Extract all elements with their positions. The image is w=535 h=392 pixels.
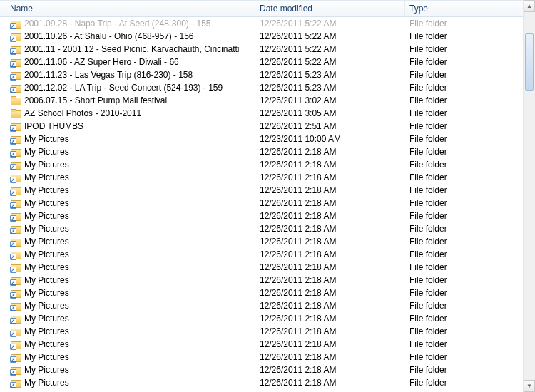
file-date-cell: 12/26/2011 2:18 AM	[255, 365, 405, 375]
file-row[interactable]: AZ School Photos - 2010-201112/26/2011 3…	[0, 107, 535, 120]
file-row[interactable]: ↗My Pictures12/26/2011 2:18 AMFile folde…	[0, 197, 535, 210]
file-row[interactable]: ↗My Pictures12/23/2011 10:00 AMFile fold…	[0, 133, 535, 145]
file-name-cell[interactable]: ↗2001.11 - 2001.12 - Seed Picnic, Karvac…	[0, 43, 255, 55]
file-date-cell: 12/26/2011 2:18 AM	[255, 326, 405, 336]
folder-shortcut-icon: ↗	[10, 18, 21, 29]
file-name-label: 2001.09.28 - Napa Trip - At Seed (248-30…	[24, 19, 211, 29]
file-name-cell[interactable]: ↗2001.10.26 - At Shalu - Ohio (468-957) …	[0, 31, 255, 42]
file-date-cell: 12/26/2011 5:22 AM	[255, 57, 405, 67]
file-name-cell[interactable]: 2006.07.15 - Short Pump Mall festival	[0, 95, 255, 106]
file-row[interactable]: ↗My Pictures12/26/2011 2:18 AMFile folde…	[0, 145, 535, 158]
file-row[interactable]: ↗My Pictures12/26/2011 2:18 AMFile folde…	[0, 376, 535, 389]
file-row[interactable]: ↗My Pictures12/26/2011 2:18 AMFile folde…	[0, 363, 535, 376]
file-row[interactable]: ↗My Pictures12/26/2011 2:18 AMFile folde…	[0, 261, 535, 274]
file-date-cell: 12/26/2011 2:18 AM	[255, 249, 405, 259]
file-name-cell[interactable]: ↗My Pictures	[0, 262, 255, 273]
file-row[interactable]: ↗2001.12.02 - LA Trip - Seed Concert (52…	[0, 81, 535, 94]
file-name-cell[interactable]: ↗My Pictures	[0, 364, 255, 376]
file-name-cell[interactable]: ↗2001.09.28 - Napa Trip - At Seed (248-3…	[0, 18, 255, 29]
file-name-cell[interactable]: ↗My Pictures	[0, 172, 255, 183]
file-row[interactable]: ↗My Pictures12/26/2011 2:18 AMFile folde…	[0, 325, 535, 338]
file-row[interactable]: ↗2001.11.23 - Las Vegas Trip (816-230) -…	[0, 68, 535, 81]
file-name-cell[interactable]: ↗My Pictures	[0, 274, 255, 286]
file-date-cell: 12/26/2011 2:18 AM	[255, 224, 405, 234]
file-name-cell[interactable]: ↗My Pictures	[0, 377, 255, 388]
scroll-thumb[interactable]	[525, 33, 534, 91]
file-name-cell[interactable]: ↗My Pictures	[0, 313, 255, 324]
file-name-cell[interactable]: ↗My Pictures	[0, 133, 255, 145]
folder-shortcut-icon: ↗	[10, 210, 21, 222]
file-row[interactable]: ↗2001.09.28 - Napa Trip - At Seed (248-3…	[0, 17, 535, 30]
file-name-cell[interactable]: ↗My Pictures	[0, 351, 255, 363]
folder-shortcut-icon: ↗	[10, 249, 21, 260]
column-header-name[interactable]: Name	[0, 1, 255, 16]
file-name-cell[interactable]: ↗My Pictures	[0, 287, 255, 299]
folder-shortcut-icon: ↗	[10, 262, 21, 273]
column-header-type[interactable]: Type	[405, 1, 535, 16]
file-date-cell: 12/26/2011 2:18 AM	[255, 147, 405, 157]
file-row[interactable]: ↗My Pictures12/26/2011 2:18 AMFile folde…	[0, 287, 535, 299]
folder-shortcut-icon: ↗	[10, 326, 21, 337]
file-name-label: My Pictures	[24, 160, 69, 170]
file-name-cell[interactable]: ↗2001.12.02 - LA Trip - Seed Concert (52…	[0, 82, 255, 93]
file-type-cell: File folder	[405, 339, 535, 349]
file-name-cell[interactable]: ↗2001.11.06 - AZ Super Hero - Diwali - 6…	[0, 56, 255, 68]
file-type-cell: File folder	[405, 378, 535, 388]
folder-shortcut-icon: ↗	[10, 43, 21, 55]
file-name-label: 2001.10.26 - At Shalu - Ohio (468-957) -…	[24, 31, 194, 41]
file-name-cell[interactable]: ↗My Pictures	[0, 210, 255, 222]
file-type-cell: File folder	[405, 326, 535, 336]
file-row[interactable]: ↗My Pictures12/26/2011 2:18 AMFile folde…	[0, 248, 535, 261]
file-row[interactable]: ↗My Pictures12/26/2011 2:18 AMFile folde…	[0, 274, 535, 287]
file-row[interactable]: ↗My Pictures12/26/2011 2:18 AMFile folde…	[0, 351, 535, 363]
file-row[interactable]: ↗2001.11.06 - AZ Super Hero - Diwali - 6…	[0, 56, 535, 68]
file-row[interactable]: ↗2001.11 - 2001.12 - Seed Picnic, Karvac…	[0, 43, 535, 56]
file-row[interactable]: ↗IPOD THUMBS12/26/2011 2:51 AMFile folde…	[0, 120, 535, 133]
file-date-cell: 12/26/2011 2:18 AM	[255, 172, 405, 182]
scroll-down-button[interactable]: ▼	[524, 380, 535, 392]
file-date-cell: 12/26/2011 2:18 AM	[255, 378, 405, 388]
file-row[interactable]: ↗My Pictures12/26/2011 2:18 AMFile folde…	[0, 171, 535, 184]
file-name-cell[interactable]: ↗2001.11.23 - Las Vegas Trip (816-230) -…	[0, 69, 255, 81]
file-name-cell[interactable]: ↗My Pictures	[0, 339, 255, 350]
file-date-cell: 12/26/2011 5:22 AM	[255, 19, 405, 29]
file-name-label: 2006.07.15 - Short Pump Mall festival	[24, 96, 167, 105]
file-name-cell[interactable]: ↗My Pictures	[0, 236, 255, 247]
file-type-cell: File folder	[405, 237, 535, 247]
file-date-cell: 12/26/2011 5:23 AM	[255, 83, 405, 93]
file-name-cell[interactable]: ↗My Pictures	[0, 197, 255, 209]
file-name-cell[interactable]: ↗My Pictures	[0, 146, 255, 158]
file-name-cell[interactable]: ↗My Pictures	[0, 159, 255, 170]
file-row[interactable]: ↗My Pictures12/26/2011 2:18 AMFile folde…	[0, 312, 535, 325]
file-name-label: IPOD THUMBS	[24, 121, 83, 131]
file-row[interactable]: ↗2001.10.26 - At Shalu - Ohio (468-957) …	[0, 30, 535, 43]
file-name-label: My Pictures	[24, 262, 69, 272]
file-name-label: My Pictures	[24, 365, 69, 375]
file-row[interactable]: ↗My Pictures12/26/2011 2:18 AMFile folde…	[0, 235, 535, 248]
scroll-track[interactable]	[524, 12, 535, 380]
file-row[interactable]: ↗My Pictures12/26/2011 2:18 AMFile folde…	[0, 338, 535, 351]
file-row[interactable]: ↗My Pictures12/26/2011 2:18 AMFile folde…	[0, 222, 535, 235]
file-type-cell: File folder	[405, 249, 535, 259]
folder-shortcut-icon: ↗	[10, 120, 21, 132]
file-name-label: 2001.11.06 - AZ Super Hero - Diwali - 66	[24, 57, 179, 67]
file-name-cell[interactable]: AZ School Photos - 2010-2011	[0, 108, 255, 119]
folder-shortcut-icon: ↗	[10, 364, 21, 376]
file-row[interactable]: 2006.07.15 - Short Pump Mall festival12/…	[0, 94, 535, 107]
file-row[interactable]: ↗My Pictures12/26/2011 2:18 AMFile folde…	[0, 158, 535, 171]
file-name-cell[interactable]: ↗My Pictures	[0, 300, 255, 311]
file-name-cell[interactable]: ↗My Pictures	[0, 326, 255, 337]
file-row[interactable]: ↗My Pictures12/26/2011 2:18 AMFile folde…	[0, 210, 535, 222]
file-row[interactable]: ↗My Pictures12/26/2011 2:18 AMFile folde…	[0, 184, 535, 197]
column-header-date[interactable]: Date modified	[255, 1, 405, 16]
vertical-scrollbar[interactable]: ▲ ▼	[523, 0, 535, 392]
file-row[interactable]: ↗My Pictures12/26/2011 2:18 AMFile folde…	[0, 299, 535, 312]
file-date-cell: 12/26/2011 2:18 AM	[255, 288, 405, 298]
file-date-cell: 12/26/2011 3:05 AM	[255, 108, 405, 118]
file-type-cell: File folder	[405, 83, 535, 93]
file-name-cell[interactable]: ↗IPOD THUMBS	[0, 120, 255, 132]
file-name-cell[interactable]: ↗My Pictures	[0, 223, 255, 234]
scroll-up-button[interactable]: ▲	[524, 0, 535, 12]
file-name-cell[interactable]: ↗My Pictures	[0, 185, 255, 196]
file-name-cell[interactable]: ↗My Pictures	[0, 249, 255, 260]
